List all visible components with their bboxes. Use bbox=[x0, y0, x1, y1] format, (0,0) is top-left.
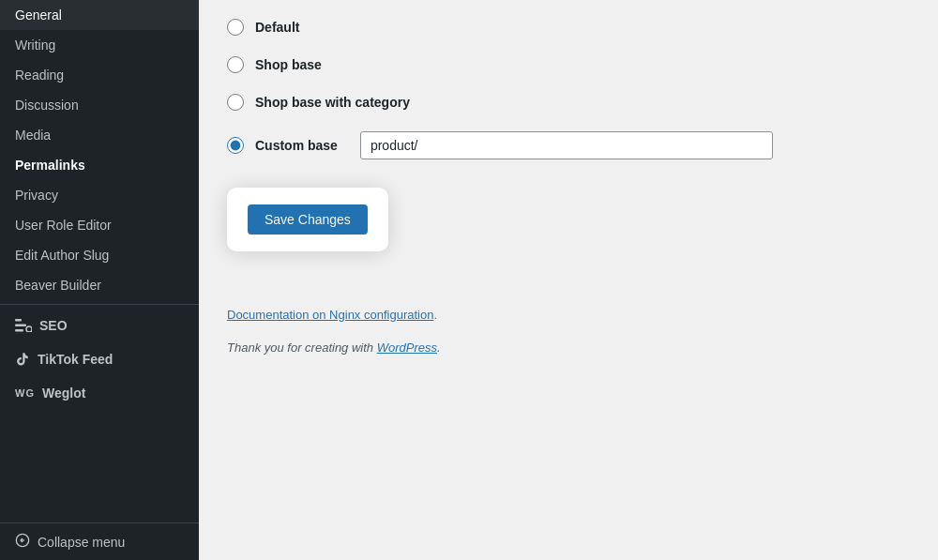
thank-you-suffix: . bbox=[437, 341, 441, 355]
collapse-icon bbox=[15, 533, 30, 551]
label-shop-base[interactable]: Shop base bbox=[255, 57, 322, 72]
sidebar-item-discussion[interactable]: Discussion bbox=[0, 90, 199, 120]
svg-rect-1 bbox=[15, 325, 26, 327]
save-spotlight: Save Changes bbox=[227, 188, 388, 251]
sidebar-item-label: Privacy bbox=[15, 188, 58, 203]
sidebar-item-seo[interactable]: SEO bbox=[0, 309, 199, 342]
sidebar-item-label: Edit Author Slug bbox=[15, 248, 109, 263]
option-custom-base: Custom base bbox=[227, 131, 910, 159]
svg-rect-0 bbox=[15, 319, 22, 322]
sidebar-item-writing[interactable]: Writing bbox=[0, 30, 199, 60]
radio-shop-base-category[interactable] bbox=[227, 94, 244, 111]
weglot-label: Weglot bbox=[42, 386, 85, 401]
sidebar-item-label: Beaver Builder bbox=[15, 278, 101, 293]
seo-icon bbox=[15, 319, 32, 332]
sidebar-item-general[interactable]: General bbox=[0, 0, 199, 30]
sidebar-item-weglot[interactable]: WG Weglot bbox=[0, 376, 199, 410]
sidebar-item-label: Reading bbox=[15, 68, 64, 83]
tiktok-icon bbox=[15, 352, 30, 367]
sidebar-item-reading[interactable]: Reading bbox=[0, 60, 199, 90]
main-content: Default Shop base Shop base with categor… bbox=[199, 0, 938, 560]
sidebar-item-label: Discussion bbox=[15, 98, 79, 113]
collapse-label: Collapse menu bbox=[38, 535, 125, 550]
sidebar-item-label: General bbox=[15, 8, 62, 23]
wordpress-link[interactable]: WordPress bbox=[377, 341, 437, 355]
save-changes-button[interactable]: Save Changes bbox=[248, 204, 368, 235]
sidebar-item-label: Writing bbox=[15, 38, 55, 53]
tiktok-label: TikTok Feed bbox=[38, 352, 113, 367]
radio-shop-base[interactable] bbox=[227, 56, 244, 73]
sidebar-item-permalinks[interactable]: Permalinks bbox=[0, 150, 199, 180]
radio-default[interactable] bbox=[227, 19, 244, 36]
seo-label: SEO bbox=[39, 318, 68, 333]
sidebar-item-label: Media bbox=[15, 128, 51, 143]
sidebar-item-edit-author-slug[interactable]: Edit Author Slug bbox=[0, 240, 199, 270]
sidebar-item-user-role-editor[interactable]: User Role Editor bbox=[0, 210, 199, 240]
doc-link-suffix: . bbox=[433, 308, 437, 322]
sidebar-divider bbox=[0, 304, 199, 305]
option-default: Default bbox=[227, 19, 910, 36]
sidebar-item-privacy[interactable]: Privacy bbox=[0, 180, 199, 210]
thank-you-row: Thank you for creating with WordPress. bbox=[227, 341, 910, 355]
weglot-icon: WG bbox=[15, 387, 35, 399]
doc-link-row: Documentation on Nginx configuration. bbox=[227, 308, 910, 322]
option-shop-base: Shop base bbox=[227, 56, 910, 73]
sidebar-item-media[interactable]: Media bbox=[0, 120, 199, 150]
doc-link[interactable]: Documentation on Nginx configuration bbox=[227, 308, 433, 322]
label-shop-base-category[interactable]: Shop base with category bbox=[255, 95, 410, 110]
thank-you-text: Thank you for creating with bbox=[227, 341, 377, 355]
permalink-options: Default Shop base Shop base with categor… bbox=[227, 19, 910, 159]
svg-rect-2 bbox=[15, 329, 23, 332]
save-area: Save Changes bbox=[227, 188, 388, 251]
sidebar-item-label: Permalinks bbox=[15, 158, 85, 173]
sidebar-item-beaver-builder[interactable]: Beaver Builder bbox=[0, 270, 199, 300]
label-default[interactable]: Default bbox=[255, 20, 299, 35]
label-custom-base[interactable]: Custom base bbox=[255, 138, 338, 153]
sidebar-item-tiktok[interactable]: TikTok Feed bbox=[0, 342, 199, 376]
sidebar: General Writing Reading Discussion Media… bbox=[0, 0, 199, 560]
radio-custom-base[interactable] bbox=[227, 137, 244, 154]
svg-line-4 bbox=[31, 331, 32, 332]
option-shop-base-category: Shop base with category bbox=[227, 94, 910, 111]
collapse-menu[interactable]: Collapse menu bbox=[0, 522, 199, 560]
sidebar-item-label: User Role Editor bbox=[15, 218, 112, 233]
custom-base-input[interactable] bbox=[360, 131, 773, 159]
